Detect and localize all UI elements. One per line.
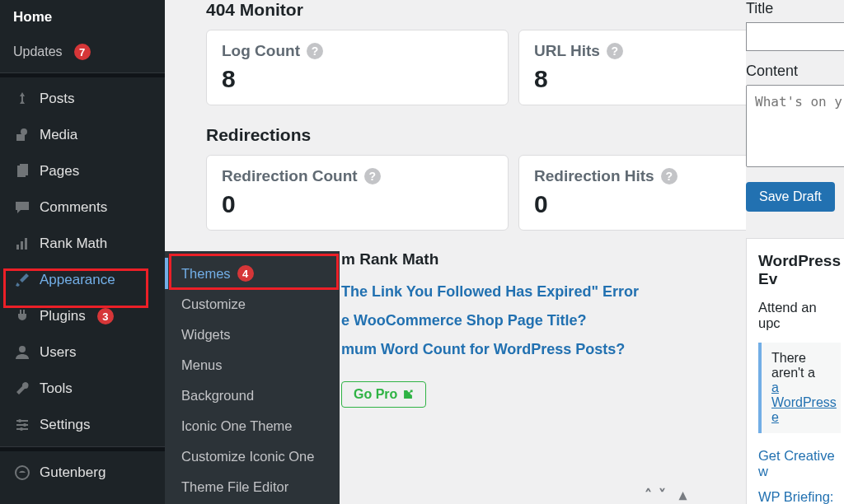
sidebar-item-label: Rank Math [40, 236, 107, 252]
title-label: Title [746, 0, 844, 17]
chevron-up-icon[interactable]: ▴ [679, 486, 687, 504]
stat-redirection-count: Redirection Count? 0 [206, 155, 509, 231]
help-icon[interactable]: ? [607, 43, 623, 59]
svg-rect-4 [20, 164, 28, 175]
stat-log-count: Log Count? 8 [206, 30, 509, 105]
svg-rect-5 [16, 245, 19, 250]
events-title: WordPress Ev [758, 252, 841, 288]
wrench-icon [13, 380, 31, 398]
sidebar-item-pages[interactable]: Pages [0, 153, 165, 189]
media-icon [13, 126, 31, 144]
sidebar-item-label: Comments [40, 199, 107, 216]
sidebar-item-label: Updates [13, 44, 63, 59]
events-notice: There aren't a a WordPress e [758, 343, 841, 433]
brush-icon [13, 271, 31, 289]
svg-rect-6 [21, 241, 23, 250]
svg-point-14 [20, 427, 23, 431]
sidebar-item-tools[interactable]: Tools [0, 371, 165, 407]
svg-rect-7 [25, 238, 27, 250]
sidebar-item-label: Gutenberg [40, 464, 106, 481]
submenu-label: Themes [181, 266, 231, 282]
section-redirections-header: Redirections ••• [206, 125, 821, 145]
stat-value: 8 [222, 65, 493, 93]
submenu-item-theme-editor[interactable]: Theme File Editor [165, 472, 340, 502]
submenu-item-background[interactable]: Background [165, 380, 340, 411]
sidebar-item-label: Media [40, 127, 77, 143]
wp-events-card: WordPress Ev Attend an upc There aren't … [746, 238, 844, 504]
sidebar-item-label: Posts [40, 91, 75, 107]
title-input[interactable] [746, 22, 844, 51]
submenu-item-menus[interactable]: Menus [165, 350, 340, 380]
save-draft-button[interactable]: Save Draft [746, 182, 835, 212]
go-pro-button[interactable]: Go Pro [341, 381, 426, 408]
stat-label: Redirection Hits [534, 167, 654, 185]
sidebar-item-label: Users [40, 344, 76, 361]
sidebar-item-users[interactable]: Users [0, 334, 165, 371]
chevron-down-icon[interactable]: ˅ [659, 486, 666, 504]
sidebar-item-home[interactable]: Home [0, 0, 165, 35]
button-label: Go Pro [354, 387, 397, 402]
submenu-item-themes[interactable]: Themes 4 [165, 258, 340, 289]
events-link[interactable]: Get Creative w [758, 448, 841, 479]
external-icon [402, 389, 414, 400]
sidebar-item-plugins[interactable]: Plugins 3 [0, 298, 165, 334]
submenu-item-widgets[interactable]: Widgets [165, 320, 340, 350]
stat-label: Redirection Count [222, 167, 358, 185]
events-link[interactable]: WP Briefing: E [758, 489, 841, 504]
content-textarea[interactable] [746, 85, 844, 167]
sidebar-item-label: Appearance [40, 272, 115, 288]
help-icon[interactable]: ? [661, 168, 678, 184]
user-icon [13, 343, 31, 362]
sidebar-item-label: Plugins [40, 308, 86, 324]
events-notice-link[interactable]: a WordPress e [771, 380, 837, 424]
panel-controls: ˄ ˅ ▴ [645, 486, 687, 504]
sliders-icon [13, 416, 31, 434]
sidebar-item-label: Settings [40, 417, 90, 433]
svg-rect-1 [16, 134, 25, 141]
svg-point-13 [23, 423, 26, 427]
right-column: Title Content Save Draft WordPress Ev At… [746, 0, 844, 504]
comment-icon [13, 198, 31, 217]
updates-badge: 7 [74, 44, 91, 60]
sidebar-item-label: Pages [40, 163, 79, 180]
help-icon[interactable]: ? [307, 43, 323, 59]
sidebar-item-label: Tools [40, 380, 73, 397]
submenu-item-iconic-theme[interactable]: Iconic One Theme [165, 411, 340, 441]
sidebar-separator [0, 446, 165, 451]
sidebar-separator [0, 72, 165, 77]
submenu-item-customize[interactable]: Customize [165, 289, 340, 320]
sidebar-item-comments[interactable]: Comments [0, 189, 165, 226]
events-attend: Attend an upc [758, 300, 841, 331]
chevron-up-icon[interactable]: ˄ [645, 486, 652, 504]
stat-label: URL Hits [534, 42, 600, 60]
section-404-header: 404 Monitor ••• [206, 0, 821, 20]
sidebar-item-settings[interactable]: Settings [0, 407, 165, 443]
help-icon[interactable]: ? [364, 168, 381, 184]
sidebar-item-media[interactable]: Media [0, 117, 165, 153]
admin-sidebar: Home Updates 7 Posts Media Pages Comment… [0, 0, 165, 504]
plugins-badge: 3 [97, 308, 114, 324]
submenu-item-customize-iconic[interactable]: Customize Iconic One [165, 441, 340, 472]
svg-point-12 [18, 419, 21, 422]
pin-icon [13, 90, 31, 108]
svg-point-8 [19, 346, 26, 352]
content-label: Content [746, 63, 844, 80]
sidebar-item-updates[interactable]: Updates 7 [0, 35, 165, 69]
sidebar-item-rankmath[interactable]: Rank Math [0, 226, 165, 262]
themes-badge: 4 [237, 265, 254, 282]
chart-icon [13, 235, 31, 253]
plug-icon [13, 307, 31, 325]
svg-point-0 [21, 128, 27, 135]
sidebar-item-appearance[interactable]: Appearance [0, 262, 165, 298]
stat-label: Log Count [222, 42, 300, 60]
stat-value: 0 [222, 190, 493, 218]
pages-icon [13, 162, 31, 180]
section-title: Redirections [206, 125, 311, 145]
gutenberg-icon [13, 464, 31, 482]
sidebar-item-gutenberg[interactable]: Gutenberg [0, 455, 165, 491]
appearance-submenu: Themes 4 Customize Widgets Menus Backgro… [165, 251, 340, 504]
sidebar-item-posts[interactable]: Posts [0, 81, 165, 117]
section-title: 404 Monitor [206, 0, 303, 20]
